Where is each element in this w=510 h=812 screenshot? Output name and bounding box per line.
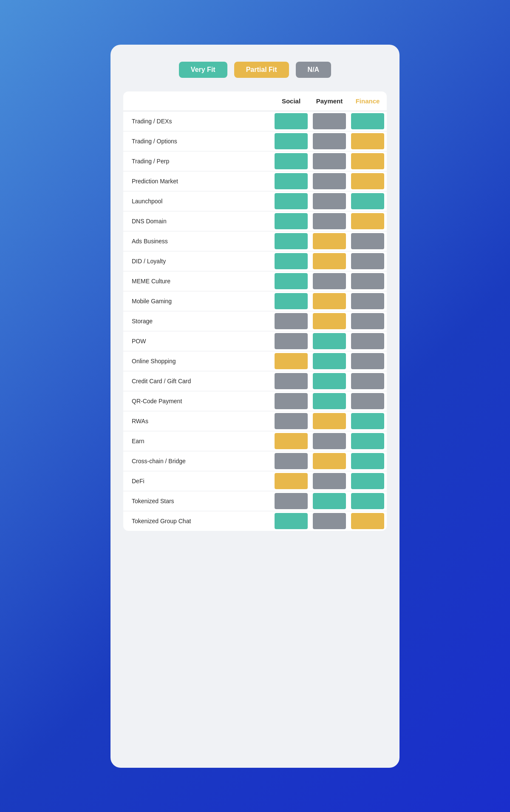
header-category — [123, 91, 272, 111]
cell-finance — [348, 311, 387, 331]
cell-finance — [348, 411, 387, 431]
cell-finance — [348, 111, 387, 131]
cell-social — [272, 211, 310, 231]
cell-social — [272, 251, 310, 271]
row-label: DID / Loyalty — [123, 251, 272, 271]
cell-finance — [348, 491, 387, 511]
row-label: Trading / Perp — [123, 151, 272, 171]
row-label: Tokenized Group Chat — [123, 511, 272, 531]
row-label: Prediction Market — [123, 171, 272, 191]
cell-payment — [310, 211, 348, 231]
cell-social — [272, 131, 310, 151]
table-row: QR-Code Payment — [123, 391, 387, 411]
cell-payment — [310, 391, 348, 411]
cell-finance — [348, 131, 387, 151]
cell-payment — [310, 271, 348, 291]
cell-payment — [310, 291, 348, 311]
cell-payment — [310, 151, 348, 171]
cell-payment — [310, 131, 348, 151]
cell-payment — [310, 251, 348, 271]
cell-social — [272, 171, 310, 191]
cell-social — [272, 111, 310, 131]
cell-social — [272, 491, 310, 511]
fit-table: Social Payment Finance Trading / DEXsTra… — [123, 91, 387, 531]
table-row: Online Shopping — [123, 351, 387, 371]
cell-finance — [348, 211, 387, 231]
row-label: DNS Domain — [123, 211, 272, 231]
table-row: RWAs — [123, 411, 387, 431]
table-row: POW — [123, 331, 387, 351]
table-row: Prediction Market — [123, 171, 387, 191]
cell-payment — [310, 371, 348, 391]
table-row: Tokenized Group Chat — [123, 511, 387, 531]
cell-payment — [310, 191, 348, 211]
header-payment: Payment — [310, 91, 348, 111]
cell-social — [272, 371, 310, 391]
table-row: Trading / DEXs — [123, 111, 387, 131]
row-label: Trading / DEXs — [123, 111, 272, 131]
row-label: Mobile Gaming — [123, 291, 272, 311]
row-label: RWAs — [123, 411, 272, 431]
table-row: Mobile Gaming — [123, 291, 387, 311]
table-row: Trading / Options — [123, 131, 387, 151]
row-label: QR-Code Payment — [123, 391, 272, 411]
table-row: MEME Culture — [123, 271, 387, 291]
table-row: Ads Business — [123, 231, 387, 251]
cell-payment — [310, 491, 348, 511]
cell-finance — [348, 451, 387, 471]
table-row: Tokenized Stars — [123, 491, 387, 511]
cell-social — [272, 331, 310, 351]
cell-payment — [310, 511, 348, 531]
cell-social — [272, 231, 310, 251]
cell-finance — [348, 251, 387, 271]
cell-social — [272, 391, 310, 411]
cell-finance — [348, 271, 387, 291]
cell-finance — [348, 171, 387, 191]
cell-finance — [348, 291, 387, 311]
cell-payment — [310, 471, 348, 491]
table-row: DNS Domain — [123, 211, 387, 231]
table-row: Credit Card / Gift Card — [123, 371, 387, 391]
legend: Very Fit Partial Fit N/A — [123, 62, 387, 78]
cell-payment — [310, 111, 348, 131]
cell-social — [272, 431, 310, 451]
header-finance: Finance — [348, 91, 387, 111]
cell-payment — [310, 351, 348, 371]
row-label: POW — [123, 331, 272, 351]
header-social: Social — [272, 91, 310, 111]
cell-finance — [348, 471, 387, 491]
row-label: Trading / Options — [123, 131, 272, 151]
cell-payment — [310, 231, 348, 251]
legend-very-fit: Very Fit — [179, 62, 227, 78]
row-label: Online Shopping — [123, 351, 272, 371]
cell-social — [272, 471, 310, 491]
cell-payment — [310, 331, 348, 351]
row-label: Launchpool — [123, 191, 272, 211]
table-row: Earn — [123, 431, 387, 451]
row-label: Storage — [123, 311, 272, 331]
cell-social — [272, 271, 310, 291]
row-label: DeFi — [123, 471, 272, 491]
cell-payment — [310, 171, 348, 191]
cell-social — [272, 191, 310, 211]
cell-payment — [310, 411, 348, 431]
row-label: Tokenized Stars — [123, 491, 272, 511]
table-row: DeFi — [123, 471, 387, 491]
row-label: Cross-chain / Bridge — [123, 451, 272, 471]
cell-finance — [348, 511, 387, 531]
cell-finance — [348, 231, 387, 251]
cell-social — [272, 351, 310, 371]
row-label: Earn — [123, 431, 272, 451]
table-row: DID / Loyalty — [123, 251, 387, 271]
cell-payment — [310, 311, 348, 331]
legend-na: N/A — [296, 62, 332, 78]
cell-finance — [348, 191, 387, 211]
table-row: Trading / Perp — [123, 151, 387, 171]
row-label: MEME Culture — [123, 271, 272, 291]
cell-finance — [348, 331, 387, 351]
cell-social — [272, 511, 310, 531]
table-row: Cross-chain / Bridge — [123, 451, 387, 471]
row-label: Ads Business — [123, 231, 272, 251]
cell-finance — [348, 351, 387, 371]
cell-finance — [348, 371, 387, 391]
